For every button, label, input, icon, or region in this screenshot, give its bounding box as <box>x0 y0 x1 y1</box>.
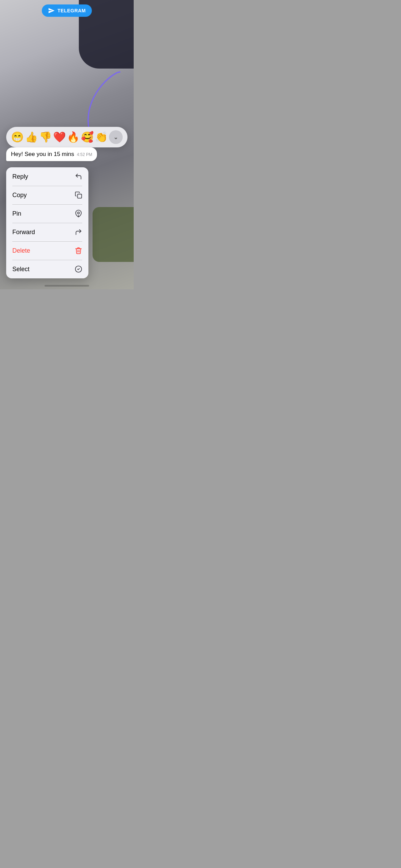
more-reactions-button[interactable]: ⌄ <box>109 130 123 144</box>
emoji-love-face[interactable]: 🥰 <box>81 132 94 142</box>
status-bar: TELEGRAM <box>0 0 134 17</box>
telegram-header: TELEGRAM <box>42 4 92 17</box>
bg-green-patch <box>93 207 134 262</box>
reply-label: Reply <box>12 173 28 180</box>
menu-item-pin[interactable]: Pin <box>6 204 88 223</box>
emoji-heart[interactable]: ❤️ <box>53 132 66 142</box>
telegram-title: TELEGRAM <box>58 8 86 13</box>
pin-icon <box>75 210 82 217</box>
svg-point-2 <box>77 212 80 214</box>
svg-rect-1 <box>77 194 82 198</box>
emoji-thumbsdown[interactable]: 👎 <box>39 132 52 142</box>
emoji-grinning[interactable]: 😁 <box>11 132 24 142</box>
context-menu: Reply Copy Pin Forward Delete <box>6 167 88 278</box>
menu-item-copy[interactable]: Copy <box>6 186 88 204</box>
emoji-clapping[interactable]: 👏 <box>95 132 108 142</box>
chevron-down-icon: ⌄ <box>113 134 118 141</box>
emoji-thumbsup[interactable]: 👍 <box>25 132 38 142</box>
message-text: Hey! See you in 15 mins <box>11 151 74 158</box>
menu-item-forward[interactable]: Forward <box>6 223 88 241</box>
delete-label: Delete <box>12 247 30 254</box>
reply-icon <box>75 173 82 180</box>
copy-icon <box>75 191 82 199</box>
forward-label: Forward <box>12 229 35 236</box>
copy-label: Copy <box>12 192 27 199</box>
message-time: 4:52 PM <box>77 152 92 157</box>
telegram-icon <box>48 7 55 14</box>
menu-item-reply[interactable]: Reply <box>6 167 88 186</box>
menu-item-delete[interactable]: Delete <box>6 241 88 260</box>
select-icon <box>75 265 82 273</box>
reaction-bar: 😁 👍 👎 ❤️ 🔥 🥰 👏 ⌄ <box>6 127 127 147</box>
delete-icon <box>75 247 82 254</box>
home-indicator <box>45 285 89 287</box>
message-bubble: Hey! See you in 15 mins 4:52 PM <box>6 147 97 161</box>
menu-item-select[interactable]: Select <box>6 260 88 278</box>
pin-label: Pin <box>12 210 21 217</box>
forward-icon <box>75 228 82 236</box>
select-label: Select <box>12 266 29 273</box>
emoji-fire[interactable]: 🔥 <box>67 132 80 142</box>
